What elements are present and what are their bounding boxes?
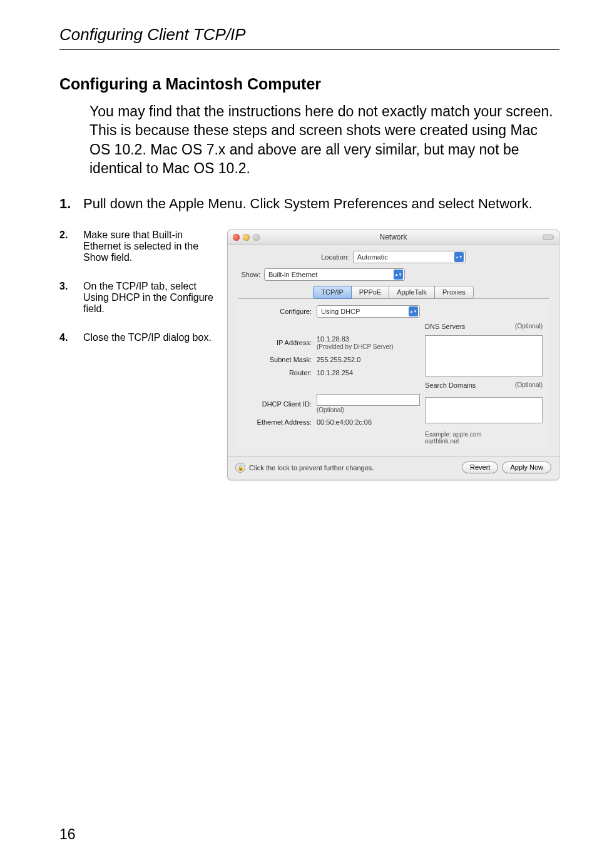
window-footer: 🔒 Click the lock to prevent further chan… (228, 456, 559, 480)
dhcp-client-label: DHCP Client ID: (244, 400, 312, 408)
dns-servers-label: DNS Servers (425, 323, 465, 330)
show-select[interactable]: Built-in Ethernet ▲▼ (264, 268, 405, 281)
ip-address-value: 10.1.28.83 (317, 335, 349, 343)
window-title: Network (228, 233, 559, 241)
ethernet-label: Ethernet Address: (244, 418, 312, 426)
page-number: 16 (59, 826, 76, 843)
section-title: Configuring a Macintosh Computer (59, 75, 559, 93)
location-label: Location: (321, 253, 349, 261)
configure-label: Configure: (244, 308, 312, 315)
step-4-row: 4. Close the TCP/IP dialog box. (59, 332, 216, 343)
tab-tcpip[interactable]: TCP/IP (313, 286, 351, 299)
revert-button[interactable]: Revert (462, 462, 498, 473)
step-2-number: 2. (59, 230, 83, 263)
configure-value: Using DHCP (321, 308, 360, 315)
dns-optional-label: (Optional) (515, 323, 543, 330)
subnet-label: Subnet Mask: (244, 356, 312, 363)
tab-appletalk[interactable]: AppleTalk (389, 286, 435, 299)
search-domains-input[interactable] (425, 397, 543, 423)
step-1-text: Pull down the Apple Menu. Click System P… (83, 195, 559, 213)
step-1-number: 1. (59, 195, 83, 213)
search-domains-label: Search Domains (425, 381, 476, 389)
ip-address-label: IP Address: (244, 339, 312, 346)
header-rule (59, 49, 559, 50)
lock-icon[interactable]: 🔒 (235, 463, 245, 473)
subnet-value: 255.255.252.0 (317, 356, 420, 363)
router-value: 10.1.28.254 (317, 369, 420, 376)
dhcp-client-input[interactable] (317, 394, 420, 406)
ethernet-value: 00:50:e4:00:2c:06 (317, 418, 420, 426)
tab-pppoe[interactable]: PPPoE (351, 286, 389, 299)
intro-paragraph: You may find that the instructions here … (89, 102, 559, 178)
step-3-row: 3. On the TCP/IP tab, select Using DHCP … (59, 281, 216, 315)
step-1-row: 1. Pull down the Apple Menu. Click Syste… (59, 195, 559, 213)
search-optional-label: (Optional) (515, 381, 543, 389)
lock-message: Click the lock to prevent further change… (249, 464, 374, 472)
ip-sub-label: (Provided by DHCP Server) (317, 343, 394, 350)
location-value: Automatic (357, 253, 388, 261)
step-2-row: 2. Make sure that Built-in Ethernet is s… (59, 230, 216, 263)
tab-proxies[interactable]: Proxies (434, 286, 474, 299)
apply-now-button[interactable]: Apply Now (502, 462, 551, 473)
configure-select[interactable]: Using DHCP ▲▼ (317, 305, 420, 318)
example-label: Example: (425, 431, 451, 438)
dns-servers-input[interactable] (425, 335, 543, 376)
network-window: Network Location: Automatic ▲▼ Show: Bui… (227, 230, 559, 480)
window-titlebar: Network (228, 230, 559, 245)
location-select[interactable]: Automatic ▲▼ (353, 251, 466, 263)
step-2-text: Make sure that Built-in Ethernet is sele… (83, 230, 216, 263)
dhcp-optional-label: (Optional) (317, 406, 344, 413)
tcpip-panel: Configure: Using DHCP ▲▼ DNS Servers (Op… (238, 299, 549, 448)
show-label: Show: (238, 271, 260, 278)
page-header: Configuring Client TCP/IP (59, 25, 559, 44)
popup-arrows-icon: ▲▼ (409, 306, 418, 316)
step-4-text: Close the TCP/IP dialog box. (83, 332, 216, 343)
tab-bar: TCP/IP PPPoE AppleTalk Proxies (238, 286, 549, 299)
popup-arrows-icon: ▲▼ (454, 252, 464, 262)
show-value: Built-in Ethernet (268, 271, 317, 278)
router-label: Router: (244, 369, 312, 376)
popup-arrows-icon: ▲▼ (394, 270, 403, 280)
step-4-number: 4. (59, 332, 83, 343)
step-3-text: On the TCP/IP tab, select Using DHCP in … (83, 281, 216, 315)
step-3-number: 3. (59, 281, 83, 315)
